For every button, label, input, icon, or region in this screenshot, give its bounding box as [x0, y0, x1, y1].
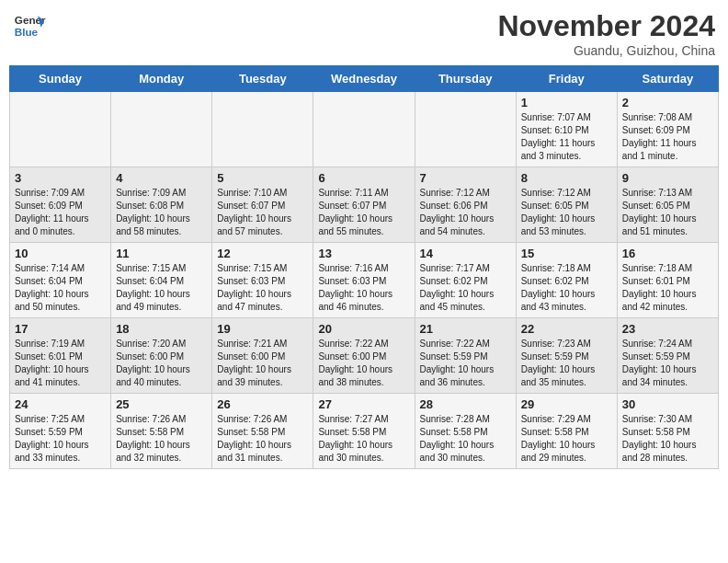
- calendar-header-row: SundayMondayTuesdayWednesdayThursdayFrid…: [10, 66, 719, 92]
- calendar-week-row: 1Sunrise: 7:07 AM Sunset: 6:10 PM Daylig…: [10, 92, 719, 167]
- calendar-day-cell: 25Sunrise: 7:26 AM Sunset: 5:58 PM Dayli…: [111, 394, 212, 469]
- day-number: 3: [15, 171, 106, 185]
- calendar-day-cell: [10, 92, 111, 167]
- day-number: 16: [622, 247, 713, 260]
- day-info: Sunrise: 7:09 AM Sunset: 6:09 PM Dayligh…: [15, 187, 106, 238]
- day-number: 15: [521, 247, 612, 260]
- day-info: Sunrise: 7:23 AM Sunset: 5:59 PM Dayligh…: [521, 338, 612, 389]
- calendar-day-cell: 20Sunrise: 7:22 AM Sunset: 6:00 PM Dayli…: [313, 318, 415, 394]
- calendar-day-cell: 3Sunrise: 7:09 AM Sunset: 6:09 PM Daylig…: [10, 167, 111, 243]
- calendar-week-row: 3Sunrise: 7:09 AM Sunset: 6:09 PM Daylig…: [10, 167, 719, 243]
- calendar-day-cell: 5Sunrise: 7:10 AM Sunset: 6:07 PM Daylig…: [212, 167, 313, 243]
- calendar-day-cell: 6Sunrise: 7:11 AM Sunset: 6:07 PM Daylig…: [313, 167, 415, 243]
- calendar-day-cell: [212, 92, 313, 167]
- page-header: General Blue November 2024 Guandu, Guizh…: [9, 9, 719, 58]
- day-number: 1: [521, 96, 612, 109]
- calendar-day-cell: [415, 92, 516, 167]
- calendar-day-cell: [111, 92, 212, 167]
- day-number: 28: [420, 397, 511, 411]
- calendar-day-cell: 4Sunrise: 7:09 AM Sunset: 6:08 PM Daylig…: [111, 167, 212, 243]
- calendar-day-cell: 11Sunrise: 7:15 AM Sunset: 6:04 PM Dayli…: [111, 243, 212, 318]
- day-number: 19: [217, 322, 308, 336]
- calendar-day-cell: 10Sunrise: 7:14 AM Sunset: 6:04 PM Dayli…: [10, 243, 111, 318]
- calendar-week-row: 24Sunrise: 7:25 AM Sunset: 5:59 PM Dayli…: [10, 394, 719, 469]
- day-info: Sunrise: 7:09 AM Sunset: 6:08 PM Dayligh…: [116, 187, 207, 238]
- day-number: 27: [318, 397, 409, 411]
- day-number: 17: [15, 322, 106, 336]
- day-of-week-header: Sunday: [10, 66, 111, 92]
- location: Guandu, Guizhou, China: [497, 43, 715, 58]
- calendar-day-cell: 24Sunrise: 7:25 AM Sunset: 5:59 PM Dayli…: [10, 394, 111, 469]
- calendar-day-cell: 9Sunrise: 7:13 AM Sunset: 6:05 PM Daylig…: [617, 167, 718, 243]
- calendar-day-cell: 7Sunrise: 7:12 AM Sunset: 6:06 PM Daylig…: [415, 167, 516, 243]
- day-info: Sunrise: 7:22 AM Sunset: 5:59 PM Dayligh…: [420, 338, 511, 389]
- calendar-week-row: 10Sunrise: 7:14 AM Sunset: 6:04 PM Dayli…: [10, 243, 719, 318]
- calendar-day-cell: 19Sunrise: 7:21 AM Sunset: 6:00 PM Dayli…: [212, 318, 313, 394]
- day-number: 22: [521, 322, 612, 336]
- day-info: Sunrise: 7:27 AM Sunset: 5:58 PM Dayligh…: [318, 413, 409, 465]
- calendar-day-cell: 21Sunrise: 7:22 AM Sunset: 5:59 PM Dayli…: [415, 318, 516, 394]
- day-number: 11: [116, 247, 207, 260]
- day-info: Sunrise: 7:25 AM Sunset: 5:59 PM Dayligh…: [15, 413, 106, 465]
- day-number: 25: [116, 397, 207, 411]
- day-info: Sunrise: 7:07 AM Sunset: 6:10 PM Dayligh…: [521, 111, 612, 163]
- calendar-day-cell: [313, 92, 415, 167]
- day-info: Sunrise: 7:21 AM Sunset: 6:00 PM Dayligh…: [217, 338, 308, 389]
- day-of-week-header: Tuesday: [212, 66, 313, 92]
- day-info: Sunrise: 7:11 AM Sunset: 6:07 PM Dayligh…: [318, 187, 409, 238]
- day-number: 7: [420, 171, 511, 185]
- day-number: 20: [318, 322, 409, 336]
- day-info: Sunrise: 7:29 AM Sunset: 5:58 PM Dayligh…: [521, 413, 612, 465]
- day-of-week-header: Friday: [516, 66, 617, 92]
- calendar-day-cell: 23Sunrise: 7:24 AM Sunset: 5:59 PM Dayli…: [617, 318, 718, 394]
- day-info: Sunrise: 7:26 AM Sunset: 5:58 PM Dayligh…: [217, 413, 308, 465]
- calendar-day-cell: 8Sunrise: 7:12 AM Sunset: 6:05 PM Daylig…: [516, 167, 617, 243]
- day-number: 24: [15, 397, 106, 411]
- day-info: Sunrise: 7:26 AM Sunset: 5:58 PM Dayligh…: [116, 413, 207, 465]
- day-number: 5: [217, 171, 308, 185]
- day-info: Sunrise: 7:14 AM Sunset: 6:04 PM Dayligh…: [15, 262, 106, 314]
- calendar-day-cell: 30Sunrise: 7:30 AM Sunset: 5:58 PM Dayli…: [617, 394, 718, 469]
- calendar-day-cell: 16Sunrise: 7:18 AM Sunset: 6:01 PM Dayli…: [617, 243, 718, 318]
- day-number: 4: [116, 171, 207, 185]
- day-info: Sunrise: 7:12 AM Sunset: 6:05 PM Dayligh…: [521, 187, 612, 238]
- day-number: 12: [217, 247, 308, 260]
- svg-text:Blue: Blue: [15, 26, 39, 38]
- day-info: Sunrise: 7:24 AM Sunset: 5:59 PM Dayligh…: [622, 338, 713, 389]
- day-info: Sunrise: 7:19 AM Sunset: 6:01 PM Dayligh…: [15, 338, 106, 389]
- day-number: 13: [318, 247, 409, 260]
- calendar-day-cell: 15Sunrise: 7:18 AM Sunset: 6:02 PM Dayli…: [516, 243, 617, 318]
- day-of-week-header: Saturday: [617, 66, 718, 92]
- calendar-day-cell: 22Sunrise: 7:23 AM Sunset: 5:59 PM Dayli…: [516, 318, 617, 394]
- day-info: Sunrise: 7:18 AM Sunset: 6:01 PM Dayligh…: [622, 262, 713, 314]
- day-number: 26: [217, 397, 308, 411]
- month-title: November 2024: [497, 9, 715, 43]
- calendar-day-cell: 2Sunrise: 7:08 AM Sunset: 6:09 PM Daylig…: [617, 92, 718, 167]
- calendar-day-cell: 27Sunrise: 7:27 AM Sunset: 5:58 PM Dayli…: [313, 394, 415, 469]
- day-info: Sunrise: 7:18 AM Sunset: 6:02 PM Dayligh…: [521, 262, 612, 314]
- day-number: 2: [622, 96, 713, 109]
- calendar-day-cell: 28Sunrise: 7:28 AM Sunset: 5:58 PM Dayli…: [415, 394, 516, 469]
- calendar-table: SundayMondayTuesdayWednesdayThursdayFrid…: [9, 65, 719, 469]
- day-info: Sunrise: 7:28 AM Sunset: 5:58 PM Dayligh…: [420, 413, 511, 465]
- calendar-day-cell: 29Sunrise: 7:29 AM Sunset: 5:58 PM Dayli…: [516, 394, 617, 469]
- day-number: 21: [420, 322, 511, 336]
- day-info: Sunrise: 7:30 AM Sunset: 5:58 PM Dayligh…: [622, 413, 713, 465]
- logo: General Blue: [13, 9, 48, 42]
- calendar-body: 1Sunrise: 7:07 AM Sunset: 6:10 PM Daylig…: [10, 92, 719, 469]
- day-info: Sunrise: 7:12 AM Sunset: 6:06 PM Dayligh…: [420, 187, 511, 238]
- calendar-day-cell: 14Sunrise: 7:17 AM Sunset: 6:02 PM Dayli…: [415, 243, 516, 318]
- day-info: Sunrise: 7:17 AM Sunset: 6:02 PM Dayligh…: [420, 262, 511, 314]
- day-number: 30: [622, 397, 713, 411]
- day-of-week-header: Thursday: [415, 66, 516, 92]
- day-number: 23: [622, 322, 713, 336]
- day-info: Sunrise: 7:10 AM Sunset: 6:07 PM Dayligh…: [217, 187, 308, 238]
- day-number: 10: [15, 247, 106, 260]
- calendar-week-row: 17Sunrise: 7:19 AM Sunset: 6:01 PM Dayli…: [10, 318, 719, 394]
- day-of-week-header: Monday: [111, 66, 212, 92]
- day-info: Sunrise: 7:15 AM Sunset: 6:03 PM Dayligh…: [217, 262, 308, 314]
- day-info: Sunrise: 7:08 AM Sunset: 6:09 PM Dayligh…: [622, 111, 713, 163]
- day-info: Sunrise: 7:15 AM Sunset: 6:04 PM Dayligh…: [116, 262, 207, 314]
- calendar-day-cell: 13Sunrise: 7:16 AM Sunset: 6:03 PM Dayli…: [313, 243, 415, 318]
- day-number: 8: [521, 171, 612, 185]
